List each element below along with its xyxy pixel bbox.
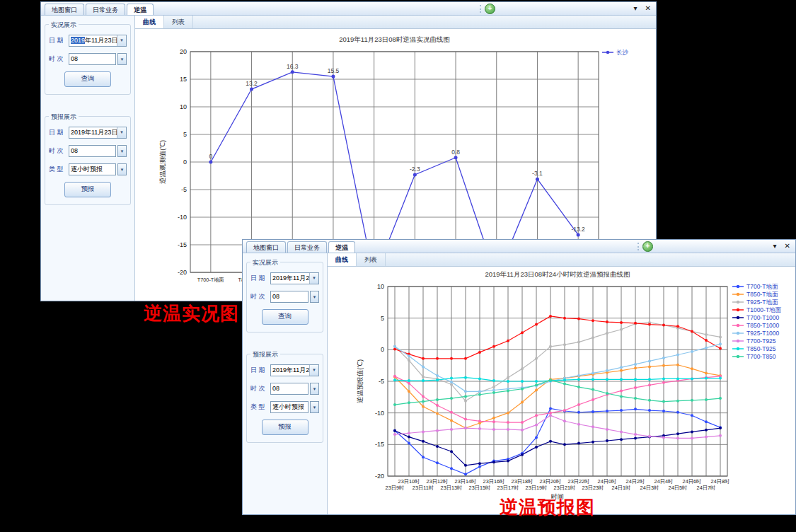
svg-text:23日18时: 23日18时 <box>512 478 533 485</box>
chevron-down-icon[interactable]: ▼ <box>309 365 318 376</box>
forecast-time-input[interactable]: 08 <box>270 383 308 395</box>
forecast-display-group: 预报展示 日 期 2019年11月23日▼ 时 次 08 ▼ 类 型 逐小时预报… <box>45 116 131 205</box>
svg-text:-10: -10 <box>178 214 187 221</box>
drag-grip[interactable] <box>638 243 639 250</box>
tab-daily-business[interactable]: 日常业务 <box>86 4 125 15</box>
forecast-type-input[interactable]: 逐小时预报 <box>270 401 308 413</box>
date-label: 日 期 <box>49 36 69 45</box>
live-date-input[interactable]: 2019年11月23日▼ <box>69 35 127 47</box>
tab-curve[interactable]: 曲线 <box>328 253 357 266</box>
live-time-input[interactable]: 08 <box>69 53 116 65</box>
forecast-type-input[interactable]: 逐小时预报 <box>69 163 116 175</box>
svg-text:16.3: 16.3 <box>287 63 299 70</box>
window-controls: ▾ ✕ <box>634 4 651 13</box>
svg-text:T1000-T地面: T1000-T地面 <box>746 306 782 313</box>
close-icon[interactable]: ✕ <box>645 4 651 13</box>
svg-text:24日1时: 24日1时 <box>612 485 631 491</box>
svg-text:23日11时: 23日11时 <box>413 485 434 491</box>
svg-text:T850-T地面: T850-T地面 <box>746 291 778 298</box>
svg-text:23日22时: 23日22时 <box>568 478 590 485</box>
control-panel-back: 实况展示 日 期 2019年11月23日▼ 时 次 08 ▼ 查询 预报展示 日… <box>41 16 135 301</box>
svg-text:0.8: 0.8 <box>451 149 460 156</box>
menu-arrow-icon[interactable]: ▾ <box>634 4 638 13</box>
svg-text:0: 0 <box>381 346 384 353</box>
svg-text:24日0时: 24日0时 <box>598 478 617 485</box>
chevron-down-icon[interactable]: ▼ <box>117 53 127 65</box>
svg-text:T700-T地面: T700-T地面 <box>197 277 224 283</box>
tab-list[interactable]: 列表 <box>164 16 193 28</box>
svg-text:2019年11月23日08时逆温实况曲线图: 2019年11月23日08时逆温实况曲线图 <box>339 35 450 43</box>
inversion-forecast-chart: 1050-5-10-15-202019年11月23日08时24小时时效逆温预报曲… <box>328 267 795 514</box>
chevron-down-icon[interactable]: ▼ <box>117 145 127 157</box>
group-title: 实况展示 <box>49 21 79 30</box>
live-date-input[interactable]: 2019年11月23日▼ <box>270 272 319 284</box>
tab-list[interactable]: 列表 <box>357 253 386 266</box>
svg-text:T700-T850: T700-T850 <box>746 353 776 360</box>
date-label: 日 期 <box>250 274 270 283</box>
forecast-time-input[interactable]: 08 <box>69 145 116 157</box>
time-label: 时 次 <box>49 146 69 156</box>
svg-text:-3.1: -3.1 <box>532 170 543 177</box>
svg-text:-15: -15 <box>375 441 384 448</box>
svg-text:逆温预报值(℃): 逆温预报值(℃) <box>356 359 364 404</box>
svg-text:13.2: 13.2 <box>246 80 258 87</box>
close-icon[interactable]: ✕ <box>785 241 790 250</box>
forecast-button[interactable]: 预报 <box>262 420 308 435</box>
svg-text:T700-T925: T700-T925 <box>746 337 776 345</box>
tab-daily-business[interactable]: 日常业务 <box>287 241 327 253</box>
query-button[interactable]: 查询 <box>262 309 308 325</box>
window-tab-bar-back: 地图窗口 日常业务 逆温 + ▾ ✕ <box>41 2 656 16</box>
svg-text:-5: -5 <box>181 186 187 193</box>
svg-text:23日20时: 23日20时 <box>540 478 562 485</box>
tab-map-window[interactable]: 地图窗口 <box>45 4 84 15</box>
type-label: 类 型 <box>250 403 270 412</box>
svg-text:23日16时: 23日16时 <box>483 478 505 485</box>
svg-text:23日9时: 23日9时 <box>386 485 405 491</box>
svg-text:24日2时: 24日2时 <box>626 478 645 485</box>
svg-text:-15: -15 <box>178 241 187 248</box>
chevron-down-icon[interactable]: ▼ <box>310 383 319 395</box>
group-title: 预报展示 <box>250 350 280 359</box>
svg-text:15: 15 <box>180 76 187 83</box>
svg-text:10: 10 <box>377 283 384 290</box>
tab-map-window[interactable]: 地图窗口 <box>246 241 286 253</box>
tab-inversion[interactable]: 逆温 <box>127 4 154 15</box>
tab-curve[interactable]: 曲线 <box>135 16 164 28</box>
svg-text:20: 20 <box>180 48 187 55</box>
svg-text:长沙: 长沙 <box>616 49 629 56</box>
svg-text:0: 0 <box>183 158 187 166</box>
drag-grip[interactable] <box>480 5 481 13</box>
forecast-date-input[interactable]: 2019年11月23日▼ <box>270 364 319 376</box>
svg-text:逆温观测值(℃): 逆温观测值(℃) <box>158 140 166 185</box>
chevron-down-icon[interactable]: ▼ <box>117 127 126 138</box>
view-tab-bar: 曲线 列表 <box>135 16 656 29</box>
svg-text:T925-T地面: T925-T地面 <box>746 299 778 306</box>
svg-text:24日4时: 24日4时 <box>654 478 674 485</box>
query-button[interactable]: 查询 <box>64 71 111 87</box>
chevron-down-icon[interactable]: ▼ <box>309 273 318 284</box>
chevron-down-icon[interactable]: ▼ <box>117 35 126 46</box>
add-icon[interactable]: + <box>485 4 495 14</box>
tab-inversion[interactable]: 逆温 <box>328 241 355 253</box>
time-label: 时 次 <box>250 292 270 301</box>
group-title: 实况展示 <box>250 258 280 267</box>
window-tab-bar-front: 地图窗口 日常业务 逆温 + ▾ ✕ <box>243 240 795 253</box>
forecast-date-input[interactable]: 2019年11月23日▼ <box>69 127 127 139</box>
svg-text:-20: -20 <box>178 269 187 276</box>
svg-text:-10: -10 <box>375 410 384 417</box>
svg-text:23日21时: 23日21时 <box>554 485 576 491</box>
svg-text:T850-T925: T850-T925 <box>746 345 776 352</box>
svg-text:5: 5 <box>183 131 187 138</box>
chevron-down-icon[interactable]: ▼ <box>310 401 319 413</box>
menu-arrow-icon[interactable]: ▾ <box>773 241 777 250</box>
add-icon[interactable]: + <box>642 241 653 252</box>
svg-text:10: 10 <box>180 103 187 110</box>
svg-text:23日12时: 23日12时 <box>427 478 449 485</box>
mini-toolbar: + <box>638 241 653 252</box>
svg-text:24日5时: 24日5时 <box>669 485 688 491</box>
chevron-down-icon[interactable]: ▼ <box>310 291 319 303</box>
chevron-down-icon[interactable]: ▼ <box>117 163 127 175</box>
type-label: 类 型 <box>49 165 69 174</box>
live-time-input[interactable]: 08 <box>270 291 308 303</box>
forecast-button[interactable]: 预报 <box>64 182 111 197</box>
